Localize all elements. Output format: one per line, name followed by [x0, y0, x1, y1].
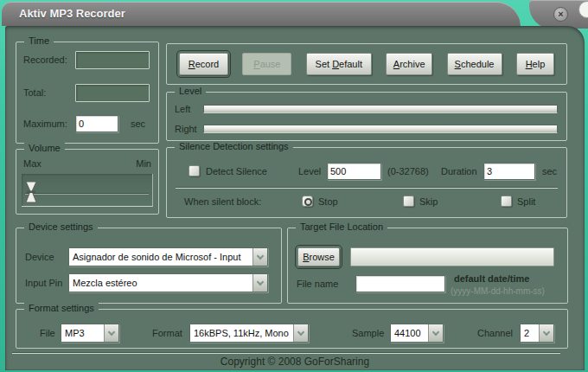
device-group: Device settings Device Asignador de soni… — [16, 228, 282, 304]
format-select-arrow-button[interactable] — [293, 324, 308, 342]
silence-level-input[interactable] — [327, 163, 381, 180]
skip-checkbox[interactable] — [403, 196, 414, 207]
input-pin-select-arrow-button[interactable] — [252, 274, 267, 292]
copyright-text: Copyright © 2008 GoForSharing — [5, 356, 585, 368]
file-type-select-arrow-button[interactable] — [104, 324, 118, 342]
chevron-down-icon — [432, 328, 439, 335]
archive-button[interactable]: Archive — [386, 53, 432, 75]
channel-select-arrow-button[interactable] — [539, 324, 553, 342]
detect-silence-label: Detect Silence — [206, 166, 267, 176]
volume-min-label: Min — [136, 158, 151, 169]
split-checkbox[interactable] — [501, 196, 512, 207]
file-type-label: File — [40, 328, 55, 338]
hourglass-icon — [25, 181, 37, 204]
volume-legend: Volume — [24, 143, 65, 153]
target-legend: Target File Location — [296, 221, 387, 232]
channel-select-value: 2 — [521, 328, 539, 338]
format-select[interactable]: 16kBPS, 11kHz, Mono — [189, 324, 309, 343]
silence-divider — [176, 187, 558, 189]
datetime-format-label: (yyyy-MM-dd-hh-mm-ss) — [451, 286, 545, 296]
volume-slider-thumb[interactable] — [25, 181, 37, 204]
duration-input[interactable] — [483, 163, 535, 180]
duration-unit-label: sec — [542, 166, 557, 176]
record-button[interactable]: Record — [179, 53, 228, 75]
sample-label: Sample — [352, 328, 384, 338]
sample-select[interactable]: 44100 — [390, 324, 444, 343]
silence-level-range-label: (0-32768) — [387, 166, 429, 176]
recorded-display — [75, 51, 150, 69]
level-right-label: Right — [175, 124, 197, 134]
target-group: Target File Location Browse File name de… — [287, 228, 568, 304]
stop-radio[interactable] — [302, 196, 313, 207]
pause-button[interactable]: Pause — [242, 53, 291, 75]
format-select-value: 16kBPS, 11kHz, Mono — [190, 328, 293, 338]
stop-label: Stop — [318, 196, 338, 207]
detect-silence-checkbox[interactable] — [189, 165, 200, 176]
level-left-label: Left — [175, 104, 190, 114]
silence-level-label: Level — [298, 166, 321, 176]
chevron-down-icon — [257, 278, 264, 285]
chevron-down-icon — [543, 328, 550, 335]
input-pin-select-value: Mezcla estéreo — [69, 278, 252, 288]
input-pin-select[interactable]: Mezcla estéreo — [68, 273, 268, 292]
channel-select[interactable]: 2 — [520, 324, 554, 343]
channel-label: Channel — [477, 328, 513, 338]
format-label: Format — [152, 328, 182, 338]
volume-max-label: Max — [23, 158, 42, 169]
volume-slider-groove — [25, 193, 149, 195]
sample-select-value: 44100 — [391, 328, 428, 338]
default-datetime-label: default date/time — [454, 273, 529, 284]
total-display — [75, 84, 150, 102]
silence-legend: Silence Detection settings — [175, 141, 293, 151]
app-window: { "window": { "title": "Aktiv MP3 Record… — [0, 0, 588, 372]
total-label: Total: — [23, 87, 46, 98]
duration-label: Duration — [441, 166, 477, 176]
input-pin-label: Input Pin — [25, 278, 62, 288]
browse-button[interactable]: Browse — [297, 247, 340, 266]
when-silent-label: When silent block: — [184, 196, 261, 207]
schedule-button[interactable]: Schedule — [447, 53, 502, 75]
skip-label: Skip — [419, 196, 438, 207]
level-legend: Level — [175, 86, 206, 96]
file-name-label: File name — [297, 279, 338, 289]
file-type-select-value: MP3 — [61, 328, 104, 338]
level-group: Level Left Right — [166, 92, 567, 141]
level-right-meter — [203, 125, 558, 133]
time-group: Time Recorded: Total: Maximum: sec — [16, 42, 159, 144]
level-left-meter — [203, 105, 558, 113]
maximum-input[interactable] — [75, 115, 118, 132]
target-path-field[interactable] — [350, 247, 554, 266]
title-bar[interactable]: Aktiv MP3 Recorder — [2, 2, 521, 26]
maximum-label: Maximum: — [23, 119, 67, 129]
format-legend: Format settings — [24, 303, 99, 313]
close-icon[interactable]: × — [553, 7, 568, 22]
volume-group: Volume Max Min — [16, 149, 159, 215]
device-select-arrow-button[interactable] — [252, 248, 267, 266]
maximum-unit-label: sec — [131, 119, 145, 129]
split-label: Split — [517, 196, 535, 207]
transport-group: Record Pause Set Default Archive Schedul… — [166, 43, 567, 85]
skin-orb — [578, 1, 588, 18]
time-legend: Time — [24, 35, 54, 46]
title-bar-right: × — [529, 0, 588, 29]
device-label: Device — [25, 252, 54, 262]
recorded-label: Recorded: — [23, 55, 67, 65]
window-title: Aktiv MP3 Recorder — [19, 2, 125, 26]
footer-divider — [12, 352, 560, 354]
help-button[interactable]: Help — [516, 53, 554, 75]
device-select[interactable]: Asignador de sonido de Microsof - Input — [68, 247, 268, 266]
set-default-button[interactable]: Set Default — [306, 53, 372, 75]
chevron-down-icon — [257, 252, 264, 259]
sample-select-arrow-button[interactable] — [428, 324, 443, 342]
file-name-input[interactable] — [355, 275, 445, 292]
main-panel: Time Recorded: Total: Maximum: sec Recor… — [5, 26, 585, 370]
volume-slider-track[interactable] — [22, 174, 153, 207]
silence-group: Silence Detection settings Detect Silenc… — [166, 147, 567, 218]
format-group: Format settings File MP3 Format 16kBPS, … — [16, 309, 568, 349]
device-select-value: Asignador de sonido de Microsof - Input — [69, 252, 252, 262]
device-legend: Device settings — [24, 221, 98, 232]
chevron-down-icon — [108, 328, 115, 335]
file-type-select[interactable]: MP3 — [61, 324, 119, 343]
chevron-down-icon — [297, 328, 304, 335]
